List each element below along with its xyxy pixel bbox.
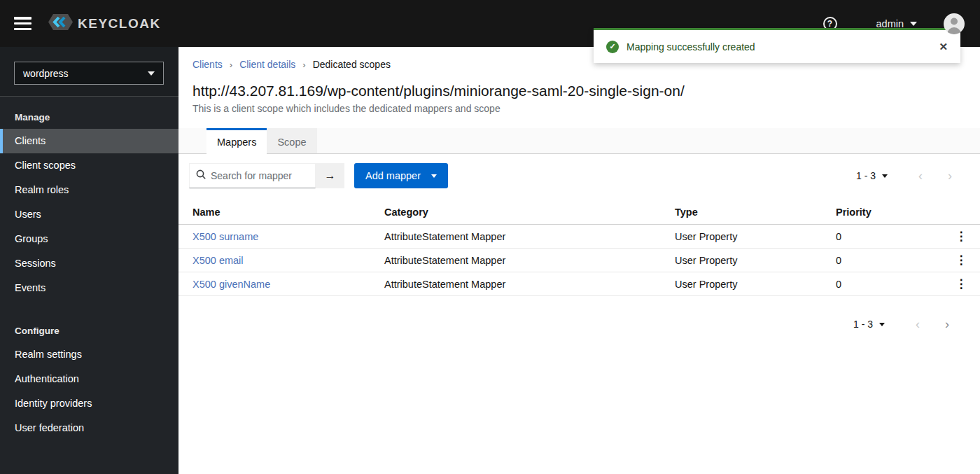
main-panel: Clients › Client details › Dedicated sco… (178, 47, 980, 474)
toast-message: Mapping successfully created (626, 41, 755, 53)
breadcrumb-clients[interactable]: Clients (192, 59, 223, 70)
add-mapper-button[interactable]: Add mapper (354, 163, 448, 188)
sidebar: wordpress Manage Clients Client scopes R… (0, 47, 178, 474)
mappers-content: → Add mapper 1 - 3 ‹ › (178, 154, 980, 474)
sidebar-item-clients[interactable]: Clients (0, 129, 178, 153)
table-row: X500 email AttributeStatement Mapper Use… (178, 249, 980, 272)
mapper-priority: 0 (836, 272, 948, 296)
search-field (189, 163, 316, 188)
table-row: X500 givenName AttributeStatement Mapper… (178, 272, 980, 296)
brand-title: KEYCLOAK (78, 16, 161, 32)
mapper-priority: 0 (836, 225, 948, 249)
column-header-type: Type (675, 201, 836, 225)
sidebar-item-events[interactable]: Events (0, 276, 178, 300)
tab-scope[interactable]: Scope (267, 128, 316, 153)
sidebar-item-users[interactable]: Users (0, 202, 178, 227)
search-input[interactable] (211, 170, 309, 181)
next-page-icon[interactable]: › (932, 318, 962, 330)
success-toast: ✓ Mapping successfully created ✕ (594, 28, 960, 63)
chevron-down-icon (910, 22, 917, 26)
mapper-type: User Property (675, 225, 836, 249)
search-submit-button[interactable]: → (316, 163, 344, 188)
arrow-right-icon: → (325, 169, 336, 182)
realm-selector-area: wordpress (0, 47, 178, 97)
bottom-pagination: 1 - 3 ‹ › (178, 318, 980, 330)
kebab-menu-icon[interactable]: ⋮ (955, 254, 967, 266)
mapper-type: User Property (675, 249, 836, 272)
hamburger-menu-icon[interactable] (14, 17, 31, 30)
table-row: X500 surname AttributeStatement Mapper U… (178, 225, 980, 249)
tabstrip: Mappers Scope (178, 128, 980, 154)
mapper-category: AttributeStatement Mapper (384, 272, 675, 296)
chevron-down-icon (879, 323, 885, 326)
toast-close-icon[interactable]: ✕ (939, 41, 948, 53)
sidebar-item-realm-settings[interactable]: Realm settings (0, 342, 178, 367)
mappers-table: Name Category Type Priority X500 surname… (178, 201, 980, 296)
pagination-range-toggle[interactable]: 1 - 3 (853, 319, 885, 330)
sidebar-item-client-scopes[interactable]: Client scopes (0, 153, 178, 178)
column-header-name: Name (178, 201, 384, 225)
sidebar-nav: Manage Clients Client scopes Realm roles… (0, 97, 178, 440)
prev-page-icon[interactable]: ‹ (903, 318, 932, 330)
mapper-category: AttributeStatement Mapper (384, 249, 675, 272)
column-header-actions (948, 201, 980, 225)
mapper-category: AttributeStatement Mapper (384, 225, 675, 249)
success-check-icon: ✓ (606, 41, 619, 53)
breadcrumb-client-details[interactable]: Client details (239, 59, 295, 70)
realm-select[interactable]: wordpress (14, 62, 164, 85)
column-header-priority: Priority (836, 201, 948, 225)
toolbar: → Add mapper 1 - 3 ‹ › (178, 163, 980, 188)
keycloak-logo-icon (48, 13, 75, 34)
table-header-row: Name Category Type Priority (178, 201, 980, 225)
sidebar-item-authentication[interactable]: Authentication (0, 367, 178, 391)
keycloak-logo[interactable]: KEYCLOAK (48, 13, 161, 34)
column-header-category: Category (384, 201, 675, 225)
sidebar-item-groups[interactable]: Groups (0, 227, 178, 251)
mapper-link[interactable]: X500 givenName (192, 279, 270, 290)
sidebar-item-realm-roles[interactable]: Realm roles (0, 178, 178, 202)
sidebar-item-sessions[interactable]: Sessions (0, 251, 178, 276)
kebab-menu-icon[interactable]: ⋮ (955, 230, 967, 242)
mapper-link[interactable]: X500 surname (192, 231, 258, 242)
mapper-priority: 0 (836, 249, 948, 272)
nav-section-manage-label: Manage (0, 106, 178, 129)
pagination-range-toggle[interactable]: 1 - 3 (856, 170, 888, 181)
sidebar-item-user-federation[interactable]: User federation (0, 416, 178, 440)
sidebar-item-identity-providers[interactable]: Identity providers (0, 391, 178, 416)
page-subtitle: This is a client scope which includes th… (192, 103, 966, 114)
nav-section-configure-label: Configure (0, 319, 178, 342)
realm-select-value: wordpress (23, 68, 69, 79)
prev-page-icon[interactable]: ‹ (906, 169, 935, 182)
next-page-icon[interactable]: › (935, 169, 965, 182)
chevron-down-icon (882, 174, 888, 178)
chevron-down-icon (431, 174, 437, 178)
mapper-type: User Property (675, 272, 836, 296)
chevron-down-icon (148, 71, 155, 76)
search-icon (196, 169, 206, 182)
avatar[interactable] (944, 13, 965, 34)
page-title: http://43.207.81.169/wp-content/plugins/… (192, 83, 966, 99)
tab-mappers[interactable]: Mappers (206, 128, 267, 154)
mapper-link[interactable]: X500 email (192, 255, 244, 266)
top-pagination: 1 - 3 ‹ › (856, 169, 965, 182)
breadcrumb-separator-icon: › (230, 60, 232, 70)
breadcrumb-separator-icon: › (302, 60, 305, 70)
kebab-menu-icon[interactable]: ⋮ (955, 278, 967, 290)
breadcrumb-current: Dedicated scopes (313, 59, 391, 70)
